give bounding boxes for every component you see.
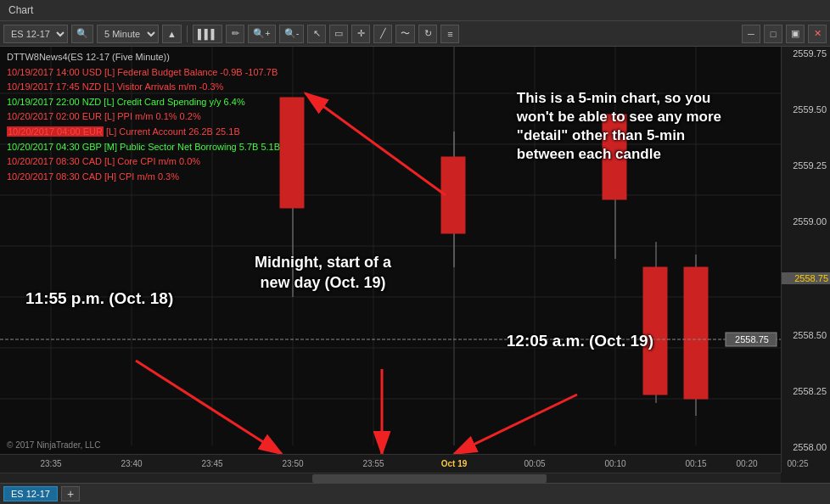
price-scale: 2559.75 2559.50 2559.25 2559.00 2558.75 … <box>781 47 830 454</box>
cursor-icon[interactable]: ↖ <box>307 25 326 43</box>
bar-chart-icon[interactable]: ▌▌▌ <box>193 25 222 43</box>
svg-rect-25 <box>684 267 708 399</box>
tab-bar: ES 12-17 + <box>0 483 830 504</box>
maximize-button[interactable]: ▣ <box>786 25 805 43</box>
chart-menu[interactable]: Chart <box>3 3 38 18</box>
svg-rect-23 <box>643 267 667 395</box>
price-label-5: 2558.50 <box>782 330 830 340</box>
scrollbar-corner <box>781 473 830 483</box>
minimize-button[interactable]: ─ <box>742 25 760 43</box>
search-button[interactable]: 🔍 <box>71 25 93 43</box>
time-label-4: 23:55 <box>362 459 384 468</box>
price-label-6: 2558.25 <box>782 386 830 396</box>
time-label-9: 00:20 <box>736 459 757 468</box>
close-button[interactable]: ✕ <box>808 25 827 43</box>
add-tab-button[interactable]: + <box>61 486 80 501</box>
scrollbar[interactable] <box>0 473 781 483</box>
svg-text:2558.75: 2558.75 <box>735 334 769 344</box>
scrollbar-row <box>0 473 830 483</box>
arrow-button[interactable]: ▲ <box>162 25 182 43</box>
line-icon[interactable]: ╱ <box>373 25 392 43</box>
zoom-in-icon[interactable]: 🔍+ <box>248 25 275 43</box>
price-label-1: 2559.50 <box>782 104 830 115</box>
price-label-7: 2558.00 <box>782 442 830 452</box>
time-label-1: 23:40 <box>121 459 142 468</box>
rect-icon[interactable]: ▭ <box>329 25 348 43</box>
time-label-5: Oct 19 <box>441 459 468 468</box>
zoom-out-icon[interactable]: 🔍- <box>279 25 305 43</box>
time-label-8: 00:15 <box>685 459 706 468</box>
time-label-0: 23:35 <box>40 459 61 468</box>
svg-rect-19 <box>441 157 465 233</box>
list-icon[interactable]: ≡ <box>440 25 459 43</box>
toolbar: ES 12-17 🔍 5 Minute ▲ ▌▌▌ ✏ 🔍+ 🔍- ↖ ▭ ✛ … <box>0 21 830 47</box>
bottom-area: 23:35 23:40 23:45 23:50 23:55 Oct 19 00:… <box>0 454 830 483</box>
price-label-4: 2558.75 <box>782 272 830 284</box>
crosshair-icon[interactable]: ✛ <box>351 25 370 43</box>
menu-bar: Chart <box>0 0 830 21</box>
time-row: 23:35 23:40 23:45 23:50 23:55 Oct 19 00:… <box>0 454 830 473</box>
price-label-3: 2559.00 <box>782 216 830 227</box>
price-label-0: 2559.75 <box>782 48 830 59</box>
chart-canvas: 2558.75 <box>0 47 781 454</box>
price-label-2: 2559.25 <box>782 160 830 171</box>
symbol-select[interactable]: ES 12-17 <box>3 25 68 43</box>
pencil-icon[interactable]: ✏ <box>226 25 244 43</box>
refresh-icon[interactable]: ↻ <box>418 25 437 43</box>
scrollbar-thumb[interactable] <box>312 474 547 483</box>
restore-button[interactable]: □ <box>764 25 782 43</box>
time-label-3: 23:50 <box>282 459 303 468</box>
time-axis: 23:35 23:40 23:45 23:50 23:55 Oct 19 00:… <box>0 454 781 473</box>
copyright: © 2017 NinjaTrader, LLC <box>7 440 100 450</box>
time-label-10: 00:25 <box>787 459 808 468</box>
wave-icon[interactable]: 〜 <box>395 25 415 43</box>
time-label-6: 00:05 <box>524 459 545 468</box>
tab-es-12-17[interactable]: ES 12-17 <box>3 486 58 501</box>
svg-rect-17 <box>280 98 304 208</box>
svg-rect-21 <box>603 115 626 199</box>
time-label-2: 23:45 <box>201 459 222 468</box>
time-label-7: 00:10 <box>604 459 625 468</box>
timeframe-select[interactable]: 5 Minute <box>97 25 159 43</box>
